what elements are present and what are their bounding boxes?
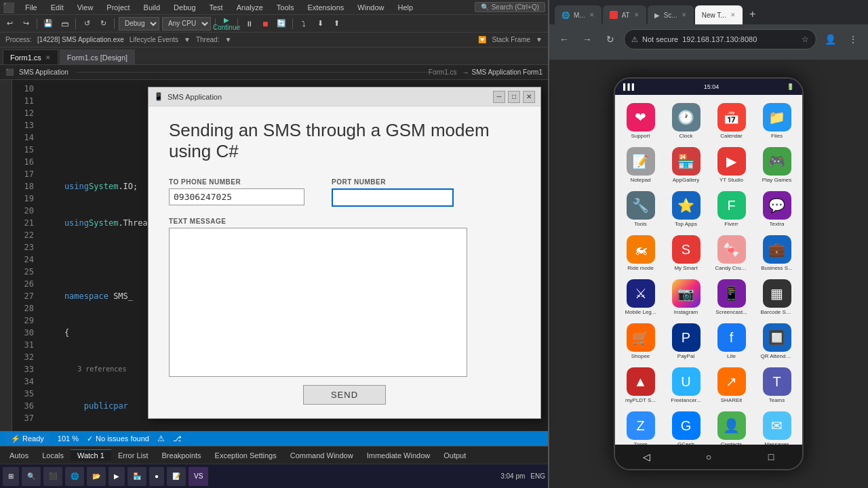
browser-profile[interactable]: 👤 xyxy=(821,30,840,49)
tab-immediate-window[interactable]: Immediate Window xyxy=(360,450,437,461)
browser-back[interactable]: ← xyxy=(555,30,574,49)
app-clock[interactable]: 🕐 Clock xyxy=(665,100,707,142)
taskbar-start[interactable]: ⊞ xyxy=(3,467,19,486)
taskbar-media[interactable]: ▶ xyxy=(108,467,125,486)
tab-output[interactable]: Output xyxy=(437,450,473,461)
browser-tab-m[interactable]: 🌐 M... ✕ xyxy=(555,5,601,24)
app-playgames[interactable]: 🎮 Play Games xyxy=(755,144,798,186)
tab-command-window[interactable]: Command Window xyxy=(283,450,360,461)
app-tools[interactable]: 🔧 Tools xyxy=(619,188,662,230)
taskbar-search[interactable]: 🔍 xyxy=(22,467,41,486)
stop-btn[interactable]: ⏹ xyxy=(258,17,272,30)
browser-tab-at-close[interactable]: ✕ xyxy=(634,12,639,18)
dialog-close[interactable]: ✕ xyxy=(523,91,535,103)
pause-btn[interactable]: ⏸ xyxy=(242,17,256,30)
app-shopee[interactable]: 🛒 Shopee xyxy=(619,321,662,362)
phone-number-input[interactable] xyxy=(169,188,304,205)
file-sub-tab[interactable]: Form1.cs xyxy=(429,68,457,76)
text-message-input[interactable] xyxy=(169,228,467,377)
send-button[interactable]: SEND xyxy=(303,385,386,405)
taskbar-explorer[interactable]: 📂 xyxy=(87,467,106,486)
new-tab-button[interactable]: + xyxy=(744,5,762,23)
menu-file[interactable]: File xyxy=(22,2,40,13)
app-calendar[interactable]: 📅 Calendar xyxy=(710,100,753,142)
taskbar-chrome[interactable]: ● xyxy=(149,467,164,486)
browser-tab-m-close[interactable]: ✕ xyxy=(589,12,595,18)
app-paypal[interactable]: P PayPal xyxy=(665,321,707,362)
toolbar-back[interactable]: ↩ xyxy=(3,17,16,30)
restart-btn[interactable]: 🔄 xyxy=(275,17,288,30)
app-contacts[interactable]: 👤 Contacts xyxy=(710,409,753,445)
tab-form1cs[interactable]: Form1.cs ✕ xyxy=(3,49,58,64)
app-topapps[interactable]: ⭐ Top Apps xyxy=(665,188,707,230)
app-candycrush[interactable]: 🍬 Candy Crus... xyxy=(710,232,753,274)
menu-build[interactable]: Build xyxy=(141,2,163,13)
dialog-maximize[interactable]: □ xyxy=(508,91,520,103)
app-files[interactable]: 📁 Files xyxy=(755,100,798,142)
toolbar-forward[interactable]: ↪ xyxy=(19,17,33,30)
toolbar-undo[interactable]: ↺ xyxy=(80,17,94,30)
app-qr[interactable]: 🔲 QR Attenda... xyxy=(755,321,798,362)
debug-config-dropdown[interactable]: Debug xyxy=(119,17,159,30)
menu-tools[interactable]: Tools xyxy=(274,2,297,13)
browser-tab-sc-close[interactable]: ✕ xyxy=(682,12,687,18)
menu-view[interactable]: View xyxy=(75,2,96,13)
app-teams[interactable]: T Teams xyxy=(755,365,798,406)
app-textra[interactable]: 💬 Textra xyxy=(755,188,798,230)
toolbar-save[interactable]: 💾 xyxy=(41,17,55,30)
app-mypldt[interactable]: ▲ myPLDT S... xyxy=(619,365,662,406)
browser-tab-new-close[interactable]: ✕ xyxy=(730,12,736,18)
menu-analyze[interactable]: Analyze xyxy=(234,2,266,13)
menu-window[interactable]: Window xyxy=(355,2,387,13)
app-freelancer[interactable]: U Freelancer... xyxy=(665,365,707,406)
app-shareit[interactable]: ↗ SHAREit xyxy=(710,365,753,406)
app-barcode[interactable]: ▦ Barcode Sc... xyxy=(755,277,798,318)
step-over[interactable]: ⤵ xyxy=(297,17,311,30)
tab-locals[interactable]: Locals xyxy=(35,450,71,461)
toolbar-save-all[interactable]: 🗃 xyxy=(58,17,71,30)
platform-dropdown[interactable]: Any CPU xyxy=(162,17,211,30)
app-business[interactable]: 💼 Business S... xyxy=(755,232,798,274)
tab-autos[interactable]: Autos xyxy=(3,450,35,461)
taskbar-store[interactable]: 🏪 xyxy=(127,467,146,486)
app-ytstudio[interactable]: ▶ YT Studio xyxy=(710,144,753,186)
menu-project[interactable]: Project xyxy=(104,2,132,13)
address-bar[interactable]: ⚠ Not secure 192.168.137.130:8080 ☆ xyxy=(624,29,816,49)
step-into[interactable]: ⬇ xyxy=(313,17,327,30)
taskbar-notepad[interactable]: 📝 xyxy=(167,467,186,486)
browser-tab-sc[interactable]: ▶ Sc... ✕ xyxy=(648,5,694,24)
tab-breakpoints[interactable]: Breakpoints xyxy=(155,450,208,461)
tab-form1cs-design[interactable]: Form1.cs [Design] xyxy=(60,49,135,64)
menu-edit[interactable]: Edit xyxy=(48,2,66,13)
taskbar-taskview[interactable]: ⬛ xyxy=(43,467,62,486)
continue-btn[interactable]: ▶ Continue xyxy=(220,17,233,30)
menu-help[interactable]: Help xyxy=(395,2,416,13)
menu-extensions[interactable]: Extensions xyxy=(305,2,347,13)
browser-refresh[interactable]: ↻ xyxy=(601,30,620,49)
app-messages[interactable]: ✉ Messages xyxy=(755,409,798,445)
browser-tab-at[interactable]: AT ✕ xyxy=(603,5,646,24)
toolbar-redo[interactable]: ↻ xyxy=(96,17,110,30)
phone-recents-btn[interactable]: □ xyxy=(763,449,779,465)
menu-test[interactable]: Test xyxy=(207,2,226,13)
app-mysmart[interactable]: S My Smart xyxy=(665,232,707,274)
app-ridemode[interactable]: 🏍 Ride mode xyxy=(619,232,662,274)
browser-tab-new[interactable]: New T... ✕ xyxy=(695,5,743,24)
app-instagram[interactable]: 📷 Instagram xyxy=(665,277,707,318)
app-screencast[interactable]: 📱 Screencast... xyxy=(710,277,753,318)
sms-form-sub-tab[interactable]: SMS Application Form1 xyxy=(472,68,543,76)
browser-forward[interactable]: → xyxy=(578,30,597,49)
app-gcash[interactable]: G GCash xyxy=(665,409,707,445)
taskbar-vs[interactable]: VS xyxy=(189,467,208,486)
app-notepad[interactable]: 📝 Notepad xyxy=(619,144,662,186)
app-zoom[interactable]: Z Zoom xyxy=(619,409,662,445)
bookmark-icon[interactable]: ☆ xyxy=(802,35,809,44)
app-fiverr[interactable]: F Fiverr xyxy=(710,188,753,230)
tab-exception-settings[interactable]: Exception Settings xyxy=(208,450,283,461)
app-mobilelegend[interactable]: ⚔ Mobile Leg... xyxy=(619,277,662,318)
tab-error-list[interactable]: Error List xyxy=(111,450,155,461)
step-out[interactable]: ⬆ xyxy=(330,17,343,30)
port-number-input[interactable] xyxy=(332,188,454,207)
menu-debug[interactable]: Debug xyxy=(171,2,198,13)
tab-form1cs-close[interactable]: ✕ xyxy=(45,54,51,61)
